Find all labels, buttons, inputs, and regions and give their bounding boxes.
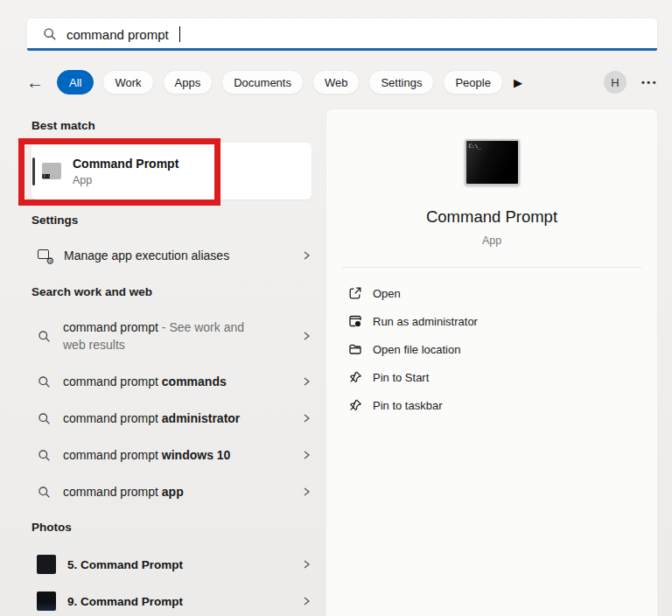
web-suggestion-app[interactable]: command prompt app [32,480,312,504]
search-focus-underline [27,48,657,51]
action-list: Open Run as administrator Open file loca… [326,279,657,419]
tab-people[interactable]: People [443,70,502,94]
photo-item-label: 5. Command Prompt [67,558,290,571]
web-suggestion-administrator[interactable]: command prompt administrator [32,406,312,430]
more-tabs-icon[interactable]: ▶ [514,76,522,89]
preview-title: Command Prompt [326,207,657,227]
photo-item-9[interactable]: 9. Command Prompt [32,590,312,612]
selection-indicator [32,158,35,186]
suggestion-text: command prompt commands [63,374,290,388]
settings-item-aliases[interactable]: ⚙ Manage app execution aliases [32,240,312,271]
search-icon [37,411,52,426]
best-match-item[interactable]: C:\ Command Prompt App [32,143,312,200]
chevron-right-icon [301,413,312,424]
web-suggestion-windows10[interactable]: command prompt windows 10 [32,443,312,467]
action-label: Run as administrator [373,315,478,328]
web-search-header: Search work and web [32,285,152,298]
web-suggestion-commands[interactable]: command prompt commands [32,369,312,394]
suggestion-text: command prompt app [63,485,290,499]
search-input[interactable]: command prompt [66,27,169,42]
divider [342,267,641,268]
tab-apps[interactable]: Apps [163,70,214,94]
tab-all[interactable]: All [57,70,94,94]
tab-documents[interactable]: Documents [221,70,304,94]
suggestion-text: command prompt administrator [63,411,290,425]
chevron-right-icon [301,250,312,261]
action-pin-to-taskbar[interactable]: Pin to taskbar [326,391,657,419]
suggestion-text: command prompt windows 10 [63,448,290,462]
command-prompt-icon: C:\ [42,163,61,179]
pin-icon [347,398,362,413]
search-icon [37,374,52,389]
photo-item-5[interactable]: 5. Command Prompt [32,553,312,576]
chevron-right-icon [301,450,312,460]
action-open[interactable]: Open [326,279,657,307]
back-arrow-icon[interactable]: ← [26,74,49,91]
search-icon [37,448,52,463]
photo-thumbnail [37,555,56,574]
open-external-icon [347,286,362,301]
web-suggestion-see-results[interactable]: command prompt - See work and web result… [32,313,312,359]
suggestion-text: command prompt - See work and web result… [63,318,290,354]
photos-header: Photos [32,521,72,534]
action-label: Pin to Start [373,371,429,384]
settings-item-label: Manage app execution aliases [64,248,290,262]
preview-panel: C:\_ Command Prompt App Open [326,108,658,616]
action-label: Pin to taskbar [373,399,443,412]
chevron-right-icon [301,486,312,497]
action-pin-to-start[interactable]: Pin to Start [326,363,657,391]
folder-icon [347,342,362,357]
tab-web[interactable]: Web [312,70,360,94]
action-open-file-location[interactable]: Open file location [326,335,657,363]
action-label: Open [373,287,401,300]
tab-settings[interactable]: Settings [368,70,434,94]
action-label: Open file location [373,343,460,356]
search-icon [42,27,57,42]
tab-work[interactable]: Work [102,70,153,94]
user-avatar[interactable]: H [604,71,626,94]
command-prompt-icon-large: C:\_ [465,139,520,186]
chevron-right-icon [301,331,312,341]
best-match-title: Command Prompt [73,157,178,171]
search-icon [37,485,52,500]
filter-tabs-row: ← All Work Apps Documents Web Settings P… [26,69,658,95]
pin-icon [347,370,362,385]
app-aliases-icon: ⚙ [37,248,52,263]
search-icon [37,329,52,344]
action-run-as-admin[interactable]: Run as administrator [326,307,657,335]
text-cursor [179,26,181,42]
chevron-right-icon [301,559,312,570]
chevron-right-icon [301,596,312,606]
best-match-header: Best match [32,119,95,132]
photo-item-label: 9. Command Prompt [67,595,290,608]
photo-thumbnail [37,592,56,611]
settings-header: Settings [32,214,78,227]
search-bar[interactable]: command prompt [26,18,658,50]
chevron-right-icon [301,376,312,387]
best-match-text: Command Prompt App [73,157,178,186]
best-match-subtitle: App [73,174,178,186]
preview-subtitle: App [326,234,657,247]
more-options-icon[interactable]: ••• [641,77,658,88]
run-as-administrator-icon [347,314,362,329]
